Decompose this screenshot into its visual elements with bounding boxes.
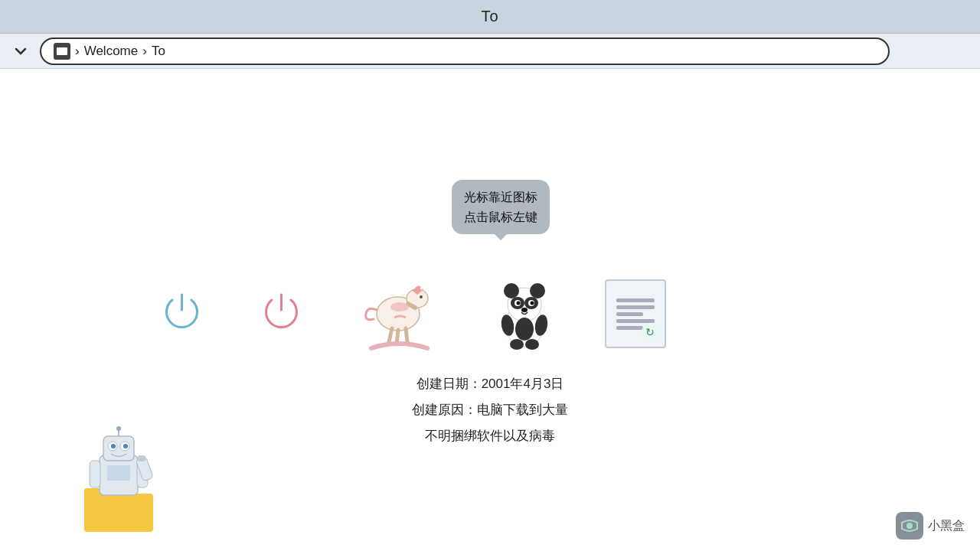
svg-rect-38 <box>138 455 145 461</box>
panda-icon[interactable] <box>486 276 563 352</box>
svg-rect-24 <box>84 494 153 532</box>
svg-point-10 <box>504 283 519 298</box>
tooltip-line2: 点击鼠标左键 <box>464 210 537 223</box>
watermark-text: 小黑盒 <box>928 518 965 534</box>
power-blue-icon[interactable] <box>153 285 211 343</box>
title-text: To <box>481 8 498 25</box>
breadcrumb-separator2: › <box>142 44 147 59</box>
svg-point-17 <box>531 302 534 305</box>
breadcrumb-to: To <box>152 44 165 59</box>
tooltip-line1: 光标靠近图标 <box>464 191 537 204</box>
watermark-logo-icon <box>896 512 923 540</box>
svg-point-7 <box>390 302 409 311</box>
svg-point-21 <box>515 318 534 341</box>
power-pink-icon[interactable] <box>253 285 310 343</box>
doc-line-3 <box>616 312 643 316</box>
svg-point-16 <box>517 302 521 305</box>
robot-mascot <box>73 413 165 536</box>
breadcrumb-welcome: Welcome <box>84 44 139 59</box>
svg-point-33 <box>123 444 128 448</box>
tooltip-bubble: 光标靠近图标 点击鼠标左键 <box>452 180 550 234</box>
refresh-badge: ↻ <box>642 324 658 341</box>
info-line1: 创建日期：2001年4月3日 <box>0 371 980 397</box>
main-content: 光标靠近图标 点击鼠标左键 <box>0 69 980 551</box>
doc-line-4 <box>616 319 655 323</box>
doc-line-5 <box>616 326 643 330</box>
title-bar: To <box>0 0 980 34</box>
breadcrumb-bar: › Welcome › To <box>0 34 980 69</box>
svg-point-11 <box>530 283 545 298</box>
svg-point-22 <box>510 339 524 350</box>
doc-line-2 <box>616 305 655 309</box>
svg-rect-35 <box>90 461 100 487</box>
doc-line-1 <box>616 298 655 302</box>
rocking-horse-icon[interactable] <box>352 272 444 356</box>
svg-rect-34 <box>107 465 130 481</box>
document-icon[interactable]: ↻ <box>605 279 666 348</box>
dropdown-button[interactable] <box>9 40 32 63</box>
svg-line-4 <box>389 328 392 342</box>
breadcrumb-pill: › Welcome › To <box>40 37 890 65</box>
svg-point-3 <box>420 295 423 298</box>
breadcrumb-separator1: › <box>75 44 80 59</box>
svg-point-32 <box>111 444 116 448</box>
breadcrumb-app-icon <box>54 43 70 60</box>
svg-point-23 <box>525 339 539 350</box>
svg-point-29 <box>116 426 121 431</box>
svg-point-40 <box>906 523 913 529</box>
svg-line-6 <box>406 328 407 342</box>
svg-point-18 <box>521 308 528 312</box>
icons-row: ↻ <box>153 272 666 356</box>
watermark: 小黑盒 <box>896 512 965 540</box>
